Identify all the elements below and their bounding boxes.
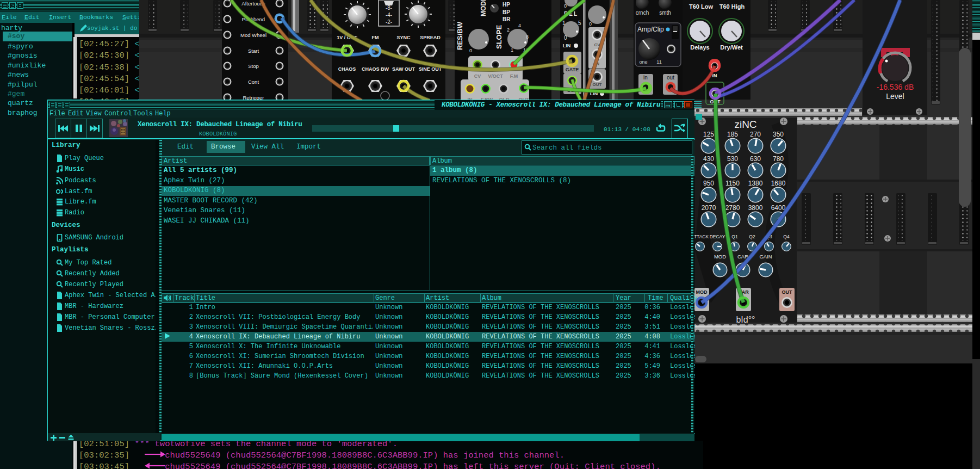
svg-text:Dry/Wet: Dry/Wet [720,44,743,51]
svg-text:11: 11 [656,59,661,65]
svg-text:-2-: -2- [386,19,392,25]
svg-text:430: 430 [703,155,714,163]
svg-text:Stop: Stop [248,63,259,69]
svg-text:Amp/Clip: Amp/Clip [637,26,664,33]
svg-text:Delays: Delays [690,44,709,51]
svg-text:RES/BW: RES/BW [456,21,464,50]
svg-text:BP: BP [503,9,510,15]
svg-text:F.M: F.M [510,73,518,79]
svg-text:ziNC: ziNC [734,119,756,130]
svg-text:SPREAD: SPREAD [420,35,441,40]
svg-text:smth: smth [659,10,671,16]
svg-text:bId°°: bId°° [736,315,755,324]
svg-text:1: 1 [511,47,513,53]
svg-text:270: 270 [750,131,761,138]
svg-text:0: 0 [564,35,567,41]
svg-text:-8-: -8- [386,5,392,11]
svg-text:SLOPE: SLOPE [495,25,503,49]
svg-text:0: 0 [589,21,592,27]
svg-text:Start: Start [248,48,259,54]
svg-text:0: 0 [469,48,472,53]
svg-text:GAIN: GAIN [759,254,772,260]
svg-text:0: 0 [564,3,567,9]
svg-text:DECAY: DECAY [710,234,725,239]
svg-text:SYNC: SYNC [396,35,411,40]
svg-text:T60 Low: T60 Low [689,3,713,10]
svg-text:2: 2 [507,27,510,33]
svg-text:125: 125 [703,131,714,138]
svg-text:4: 4 [518,23,521,28]
svg-text:-4-: -4- [386,12,392,18]
svg-text:SAW OUT: SAW OUT [392,66,415,72]
svg-text:MODE: MODE [480,0,487,16]
svg-text:780: 780 [773,155,784,163]
svg-text:OUT: OUT [782,289,793,295]
svg-text:Cont: Cont [248,79,259,85]
svg-text:1150: 1150 [725,180,740,187]
svg-text:1: 1 [562,20,566,26]
svg-text:GATE: GATE [566,67,579,72]
svg-text:185: 185 [727,131,738,138]
svg-text:CHAOS: CHAOS [338,66,356,72]
svg-text:950: 950 [703,180,714,187]
svg-text:CHAOS BW: CHAOS BW [362,66,389,72]
svg-text:T60 High: T60 High [720,3,745,10]
svg-text:Q2: Q2 [749,234,755,239]
svg-text:350: 350 [773,131,784,138]
svg-text:crnch: crnch [636,10,649,16]
svg-text:OUT: OUT [593,82,602,87]
svg-text:1380: 1380 [748,180,763,187]
svg-text:FM: FM [372,35,379,40]
svg-text:Q4: Q4 [783,234,790,239]
svg-text:out: out [667,75,674,81]
svg-text:LIN: LIN [563,43,571,48]
svg-text:Q1: Q1 [731,234,738,239]
svg-text:Level: Level [886,92,904,101]
svg-text:530: 530 [727,155,738,163]
svg-text:8: 8 [526,34,529,40]
svg-text:1680: 1680 [771,180,786,187]
svg-text:5: 5 [578,20,581,26]
svg-text:BR: BR [503,16,511,22]
svg-text:2780: 2780 [725,204,740,212]
svg-text:6400: 6400 [771,204,786,212]
svg-text:V/OCT: V/OCT [488,73,503,79]
svg-text:MOD: MOD [714,254,726,260]
svg-text:3800: 3800 [748,204,763,212]
svg-text:Mod Wheel: Mod Wheel [240,32,266,38]
svg-text:one: one [639,59,647,65]
svg-text:630: 630 [750,155,761,163]
svg-text:2070: 2070 [702,204,716,212]
svg-text:CV: CV [474,73,481,79]
svg-text:in: in [643,75,648,81]
svg-text:HP: HP [503,2,510,8]
svg-text:-16.536 dB: -16.536 dB [877,83,914,91]
svg-text:MOD: MOD [696,289,708,295]
